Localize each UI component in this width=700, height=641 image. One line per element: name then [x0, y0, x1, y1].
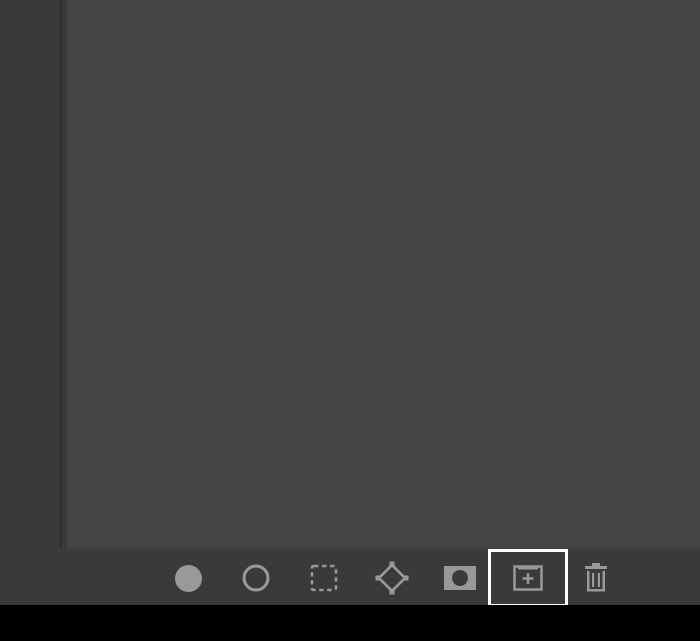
svg-rect-2	[312, 566, 336, 590]
svg-rect-6	[404, 576, 409, 581]
node-anchor-button[interactable]	[372, 558, 412, 598]
selection-marquee-button[interactable]	[304, 558, 344, 598]
svg-point-0	[175, 565, 202, 592]
bottom-black-bar	[0, 605, 700, 641]
trash-icon	[583, 563, 609, 593]
node-anchor-icon	[375, 561, 409, 595]
panel-container	[0, 0, 700, 605]
selection-marquee-icon	[310, 564, 338, 592]
trash-button[interactable]	[576, 558, 616, 598]
svg-rect-3	[390, 562, 395, 567]
svg-rect-14	[592, 563, 600, 566]
svg-rect-16	[603, 571, 606, 591]
circle-filled-icon	[175, 565, 202, 592]
svg-point-1	[244, 566, 268, 590]
svg-rect-4	[390, 590, 395, 595]
svg-rect-18	[592, 573, 594, 587]
mask-icon	[444, 566, 476, 590]
svg-rect-13	[585, 566, 607, 569]
svg-rect-10	[518, 567, 538, 570]
filled-circle-button[interactable]	[168, 558, 208, 598]
svg-point-8	[452, 570, 468, 586]
circle-outline-icon	[242, 564, 270, 592]
vertical-divider	[60, 0, 62, 548]
left-gutter	[0, 0, 60, 548]
svg-rect-19	[598, 573, 600, 587]
outline-circle-button[interactable]	[236, 558, 276, 598]
svg-rect-5	[376, 576, 381, 581]
content-area	[67, 0, 700, 548]
add-frame-icon	[513, 565, 543, 591]
bottom-toolbar	[0, 551, 700, 605]
add-frame-button[interactable]	[508, 558, 548, 598]
svg-rect-15	[587, 571, 590, 591]
mask-button[interactable]	[440, 558, 480, 598]
svg-rect-17	[587, 589, 605, 592]
